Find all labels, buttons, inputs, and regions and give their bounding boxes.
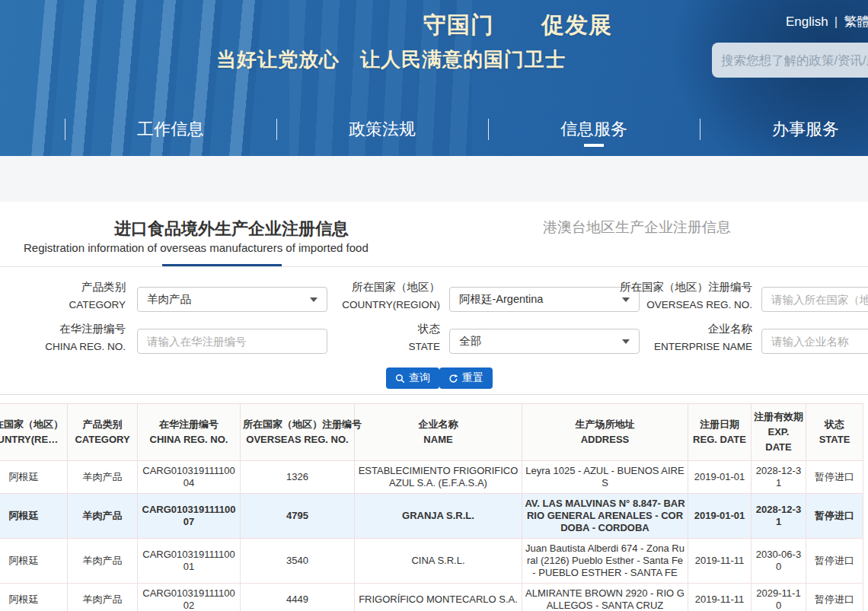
table-header-row: 所在国家（地区）COUNTRY(REGION)产品类别CATEGORY在华注册编… bbox=[0, 404, 863, 461]
table-cell: 阿根廷 bbox=[0, 461, 68, 494]
table-row[interactable]: 阿根廷羊肉产品CARG010319111100013540CINA S.R.L.… bbox=[0, 539, 863, 584]
table-cell: CARG01031911110007 bbox=[138, 494, 241, 539]
enterprise-name-input[interactable] bbox=[761, 329, 868, 354]
table-cell: 暂停进口 bbox=[806, 494, 863, 539]
english-link[interactable]: English bbox=[786, 14, 828, 29]
table-cell: Leyra 1025 - AZUL - BUENOS AIRES bbox=[522, 461, 688, 494]
results-table-viewport: 所在国家（地区）COUNTRY(REGION)产品类别CATEGORY在华注册编… bbox=[0, 403, 868, 611]
results-table: 所在国家（地区）COUNTRY(REGION)产品类别CATEGORY在华注册编… bbox=[0, 403, 863, 611]
page: 守国门 促发展 当好让党放心 让人民满意的国门卫士 English|繁體版 工作… bbox=[0, 0, 868, 611]
table-cell: 羊肉产品 bbox=[68, 584, 138, 611]
country-select-value: 阿根廷-Argentina bbox=[459, 292, 543, 307]
category-label: 产品类别CATEGORY bbox=[0, 278, 126, 313]
refresh-icon bbox=[448, 374, 458, 383]
table-cell: ESTABLECIMIENTO FRIGORIFICO AZUL S.A. (E… bbox=[355, 461, 522, 494]
table-cell: AV. LAS MALVINAS N° 8.847- BARRIO GENERA… bbox=[522, 494, 688, 539]
language-switcher: English|繁體版 bbox=[786, 13, 868, 30]
overseas-reg-no-input[interactable] bbox=[761, 287, 868, 312]
table-cell: 2030-06-30 bbox=[752, 539, 806, 584]
table-row[interactable]: 阿根廷羊肉产品CARG010319111100074795GRANJA S.R.… bbox=[0, 494, 863, 539]
tab-hk-macao-taiwan[interactable]: 港澳台地区生产企业注册信息 bbox=[543, 218, 731, 237]
overseas-reg-no-label: 所在国家（地区）注册编号OVERSEAS REG. NO. bbox=[577, 278, 752, 313]
table-cell: 2029-11-10 bbox=[752, 584, 806, 611]
table-cell: 阿根廷 bbox=[0, 539, 68, 584]
table-cell: 3540 bbox=[241, 539, 355, 584]
column-header-china-reg-no: 在华注册编号CHINA REG. NO. bbox=[138, 404, 241, 461]
country-label: 所在国家（地区）COUNTRY(REGION) bbox=[265, 278, 440, 313]
search-button[interactable]: 查询 bbox=[386, 368, 439, 389]
table-row[interactable]: 阿根廷羊肉产品CARG010319111100041326ESTABLECIMI… bbox=[0, 461, 863, 494]
gray-band bbox=[0, 156, 868, 202]
page-title-en: Registration information of overseas man… bbox=[24, 241, 369, 254]
column-header-address: 生产场所地址ADDRESS bbox=[522, 404, 688, 461]
table-cell: CARG01031911110002 bbox=[138, 584, 241, 611]
table-cell: FRIGORÍFICO MONTECARLO S.A. bbox=[355, 584, 522, 611]
page-title-zh[interactable]: 进口食品境外生产企业注册信息 bbox=[114, 218, 349, 240]
state-label: 状态STATE bbox=[265, 320, 440, 355]
column-header-name: 企业名称NAME bbox=[355, 404, 522, 461]
table-row[interactable]: 阿根廷羊肉产品CARG010319111100024449FRIGORÍFICO… bbox=[0, 584, 863, 611]
traditional-chinese-link[interactable]: 繁體版 bbox=[844, 14, 868, 29]
slogan-line-1: 守国门 促发展 bbox=[423, 10, 612, 41]
divider bbox=[0, 266, 868, 267]
table-cell: ALMIRANTE BROWN 2920 - RIO GALLEGOS - SA… bbox=[522, 584, 688, 611]
table-cell: 2019-11-11 bbox=[688, 539, 752, 584]
site-search bbox=[712, 43, 868, 78]
table-cell: 羊肉产品 bbox=[68, 461, 138, 494]
table-cell: GRANJA S.R.L. bbox=[355, 494, 522, 539]
table-cell: Juan Bautista Alberdi 674 - Zona Rural (… bbox=[522, 539, 688, 584]
slogan-line-2: 当好让党放心 让人民满意的国门卫士 bbox=[216, 46, 566, 73]
nav-item-service-hall[interactable]: 办事服务 bbox=[700, 107, 868, 152]
column-header-exp-date: 注册有效期EXP. DATE bbox=[752, 404, 806, 461]
table-cell: 羊肉产品 bbox=[68, 539, 138, 584]
category-select-value: 羊肉产品 bbox=[147, 292, 191, 307]
table-cell: 暂停进口 bbox=[806, 461, 863, 494]
table-cell: 羊肉产品 bbox=[68, 494, 138, 539]
column-header-state: 状态STATE bbox=[806, 404, 863, 461]
reset-button[interactable]: 重置 bbox=[439, 368, 493, 389]
table-cell: 2019-01-01 bbox=[688, 461, 752, 494]
enterprise-name-label: 企业名称ENTERPRISE NAME bbox=[577, 320, 752, 355]
search-input[interactable] bbox=[712, 43, 868, 78]
column-header-category: 产品类别CATEGORY bbox=[68, 404, 138, 461]
language-separator: | bbox=[834, 14, 838, 29]
nav-item-info-service[interactable]: 信息服务 bbox=[488, 107, 700, 152]
nav-item-work-info[interactable]: 工作信息 bbox=[65, 107, 276, 152]
table-cell: CARG01031911110001 bbox=[138, 539, 241, 584]
table-cell: 暂停进口 bbox=[806, 584, 863, 611]
table-cell: 阿根廷 bbox=[0, 494, 68, 539]
table-cell: 2028-12-31 bbox=[752, 461, 806, 494]
column-header-country: 所在国家（地区）COUNTRY(REGION) bbox=[0, 404, 68, 461]
site-header: 守国门 促发展 当好让党放心 让人民满意的国门卫士 English|繁體版 工作… bbox=[0, 0, 868, 156]
table-cell: 4449 bbox=[241, 584, 355, 611]
table-cell: CARG01031911110004 bbox=[138, 461, 241, 494]
table-cell: 阿根廷 bbox=[0, 584, 68, 611]
column-header-overseas-reg-no: 所在国家（地区）注册编号OVERSEAS REG. NO. bbox=[241, 404, 355, 461]
table-cell: CINA S.R.L. bbox=[355, 539, 522, 584]
divider bbox=[0, 394, 868, 395]
state-select-value: 全部 bbox=[459, 334, 481, 348]
table-cell: 2019-01-01 bbox=[688, 494, 752, 539]
table-cell: 4795 bbox=[241, 494, 355, 539]
table-cell: 2028-12-31 bbox=[752, 494, 806, 539]
column-header-reg-date: 注册日期REG. DATE bbox=[688, 404, 752, 461]
table-cell: 暂停进口 bbox=[806, 539, 863, 584]
table-cell: 2019-11-11 bbox=[688, 584, 752, 611]
china-reg-no-label: 在华注册编号CHINA REG. NO. bbox=[0, 320, 126, 355]
nav-item-policy[interactable]: 政策法规 bbox=[276, 107, 488, 152]
table-cell: 1326 bbox=[241, 461, 355, 494]
search-icon bbox=[395, 374, 405, 383]
